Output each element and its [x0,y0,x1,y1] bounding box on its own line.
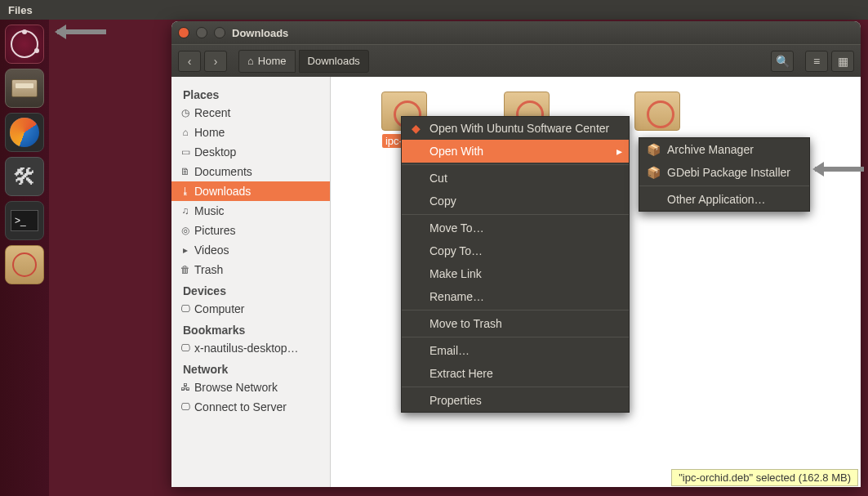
menu-properties[interactable]: Properties [402,389,629,412]
sidebar-item-bookmark[interactable]: 🖵x-nautilus-desktop… [171,338,330,358]
ubuntu-logo-icon [11,30,38,58]
recent-icon: ◷ [180,107,191,118]
window-maximize-button[interactable] [214,27,225,38]
server-icon: 🖵 [180,401,191,413]
sidebar-item-trash[interactable]: 🗑Trash [171,260,330,279]
titlebar[interactable]: Downloads [171,21,861,44]
launcher-files[interactable] [5,69,44,108]
toolbar: ‹ › ⌂Home Downloads 🔍 ≡ ▦ [171,44,861,77]
sidebar-header-places: Places [171,83,330,103]
status-text: "ipc-orchid.deb" selected (162.8 MB) [679,471,851,484]
menu-copy[interactable]: Copy [402,190,629,212]
music-icon: ♫ [180,205,191,217]
unity-launcher: 🛠 >_ [0,20,49,496]
sidebar-item-documents[interactable]: 🗎Documents [171,162,330,181]
nav-back-button[interactable]: ‹ [178,51,201,72]
dash-button[interactable] [5,25,44,64]
window-minimize-button[interactable] [196,27,207,38]
debian-swirl-icon [12,252,37,277]
sidebar-header-bookmarks: Bookmarks [171,319,330,338]
menu-separator [402,214,629,215]
menu-move-to[interactable]: Move To… [402,217,629,239]
submenu-archive-manager[interactable]: 📦Archive Manager [639,138,809,161]
nav-forward-button[interactable]: › [204,51,227,72]
sidebar[interactable]: Places ◷Recent ⌂Home ▭Desktop 🗎Documents… [171,77,331,487]
desktop-icon: ▭ [180,146,191,158]
sidebar-item-downloads[interactable]: ⭳Downloads [171,181,330,201]
menu-make-link[interactable]: Make Link [402,262,629,285]
sidebar-header-devices: Devices [171,279,330,299]
sidebar-item-computer[interactable]: 🖵Computer [171,299,330,319]
launcher-firefox[interactable] [5,113,44,152]
network-icon: 🖧 [180,382,191,393]
launcher-terminal[interactable]: >_ [5,201,44,240]
sidebar-item-desktop[interactable]: ▭Desktop [171,142,330,162]
menu-copy-to[interactable]: Copy To… [402,239,629,262]
menu-separator [402,387,629,387]
trash-icon: 🗑 [180,264,191,275]
annotation-arrow-dash [57,29,106,34]
status-bar: "ipc-orchid.deb" selected (162.8 MB) [671,469,858,486]
menubar-app-label[interactable]: Files [8,4,33,16]
menu-move-to-trash[interactable]: Move to Trash [402,312,629,335]
annotation-arrow-gdebi [815,167,864,172]
pictures-icon: ◎ [180,225,191,236]
menu-separator [639,185,809,186]
bookmark-icon: 🖵 [180,342,191,354]
sidebar-item-home[interactable]: ⌂Home [171,123,330,142]
path-current[interactable]: Downloads [299,50,369,73]
sidebar-item-music[interactable]: ♫Music [171,201,330,221]
sidebar-item-browse-network[interactable]: 🖧Browse Network [171,378,330,397]
sidebar-item-recent[interactable]: ◷Recent [171,103,330,123]
software-center-icon: ◆ [408,122,423,135]
top-menubar: Files [0,0,868,20]
view-grid-button[interactable]: ▦ [831,51,854,72]
menu-separator [402,337,629,337]
search-icon: 🔍 [776,55,790,68]
archive-icon: 📦 [646,143,661,156]
sidebar-item-videos[interactable]: ▸Videos [171,240,330,260]
computer-icon: 🖵 [180,303,191,315]
submenu-arrow-icon: ▸ [617,145,622,158]
deb-package-icon [634,92,680,131]
home-icon: ⌂ [247,55,254,67]
sidebar-item-pictures[interactable]: ◎Pictures [171,221,330,240]
drawer-icon [11,79,38,97]
sidebar-item-connect-server[interactable]: 🖵Connect to Server [171,397,330,417]
view-menu-button[interactable]: ≡ [805,51,828,72]
videos-icon: ▸ [180,244,191,256]
menu-extract-here[interactable]: Extract Here [402,362,629,385]
submenu-gdebi[interactable]: 📦GDebi Package Installer [639,161,809,184]
open-with-submenu[interactable]: 📦Archive Manager 📦GDebi Package Installe… [639,137,810,212]
search-button[interactable]: 🔍 [771,51,794,72]
launcher-settings[interactable]: 🛠 [5,157,44,196]
package-icon: 📦 [646,166,661,179]
menu-email[interactable]: Email… [402,339,629,362]
home-icon: ⌂ [180,127,191,138]
menu-open-with-usc[interactable]: ◆Open With Ubuntu Software Center [402,117,629,140]
menu-rename[interactable]: Rename… [402,285,629,308]
menu-open-with[interactable]: Open With▸ [402,140,629,163]
gear-wrench-icon: 🛠 [13,163,36,190]
documents-icon: 🗎 [180,166,191,177]
terminal-icon: >_ [11,210,38,231]
menu-separator [402,310,629,311]
downloads-icon: ⭳ [180,185,191,197]
launcher-package[interactable] [5,245,44,284]
menu-cut[interactable]: Cut [402,167,629,190]
submenu-other-application[interactable]: Other Application… [639,188,809,211]
firefox-icon [10,118,39,147]
sidebar-header-network: Network [171,358,330,378]
menu-separator [402,164,629,165]
window-close-button[interactable] [178,27,189,38]
context-menu[interactable]: ◆Open With Ubuntu Software Center Open W… [401,116,630,413]
window-title: Downloads [232,27,288,39]
path-home[interactable]: ⌂Home [238,50,296,73]
